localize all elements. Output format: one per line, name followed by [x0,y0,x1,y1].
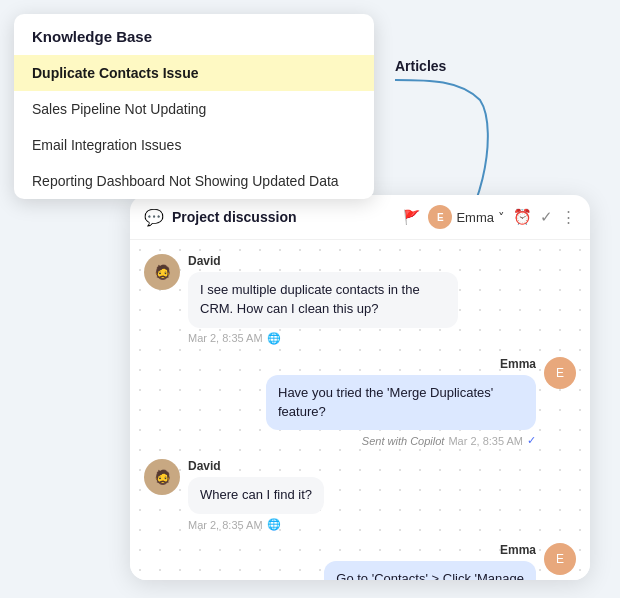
table-row: 🧔 David Where can I find it? Mar 2, 8:35… [144,459,576,531]
more-icon[interactable]: ⋮ [561,208,576,226]
kb-title: Knowledge Base [14,14,374,55]
chat-user-name: Emma [456,210,494,225]
david-avatar-1: 🧔 [144,254,180,290]
copilot-tag: Sent with Copilot [362,435,445,447]
chat-user-info[interactable]: E Emma ˅ [428,205,505,229]
chat-panel: 💬 Project discussion 🚩 E Emma ˅ ⏰ ✓ ⋮ 🧔 … [130,195,590,580]
kb-item-duplicate[interactable]: Duplicate Contacts Issue [14,55,374,91]
kb-item-email[interactable]: Email Integration Issues [14,127,374,163]
msg-content-1: David I see multiple duplicate contacts … [188,254,458,345]
msg-content-3: David Where can I find it? Mar 2, 8:35 A… [188,459,324,531]
david-avatar-3: 🧔 [144,459,180,495]
msg-time-1: Mar 2, 8:35 AM 🌐 [188,332,458,345]
read-check-icon: ✓ [527,434,536,447]
globe-icon-3: 🌐 [267,518,281,531]
chat-actions: ⏰ ✓ ⋮ [513,208,576,226]
msg-content-4: Emma Go to 'Contacts' > Click 'Manage [324,543,536,580]
chevron-down-icon: ˅ [498,210,505,225]
kb-dropdown: Knowledge Base Duplicate Contacts Issue … [14,14,374,199]
table-row: E Emma Go to 'Contacts' > Click 'Manage [144,543,576,580]
emma-avatar-header: E [428,205,452,229]
chat-title: Project discussion [172,209,395,225]
chat-icon: 💬 [144,208,164,227]
kb-item-reporting[interactable]: Reporting Dashboard Not Showing Updated … [14,163,374,199]
msg-bubble-4: Go to 'Contacts' > Click 'Manage [324,561,536,580]
chat-messages: 🧔 David I see multiple duplicate contact… [130,240,590,580]
sender-name-2: Emma [500,357,536,371]
emma-avatar-2: E [544,357,576,389]
msg-bubble-1: I see multiple duplicate contacts in the… [188,272,458,328]
check-icon[interactable]: ✓ [540,208,553,226]
emma-avatar-4: E [544,543,576,575]
msg-time-2: Sent with Copilot Mar 2, 8:35 AM ✓ [362,434,536,447]
flag-icon[interactable]: 🚩 [403,209,420,225]
articles-label: Articles [395,58,446,74]
table-row: 🧔 David I see multiple duplicate contact… [144,254,576,345]
sender-name-3: David [188,459,324,473]
msg-bubble-2: Have you tried the 'Merge Duplicates' fe… [266,375,536,431]
clock-icon[interactable]: ⏰ [513,208,532,226]
msg-time-3: Mar 2, 8:35 AM 🌐 [188,518,324,531]
chat-header: 💬 Project discussion 🚩 E Emma ˅ ⏰ ✓ ⋮ [130,195,590,240]
sender-name-1: David [188,254,458,268]
msg-content-2: Emma Have you tried the 'Merge Duplicate… [266,357,536,448]
table-row: E Emma Have you tried the 'Merge Duplica… [144,357,576,448]
msg-bubble-3: Where can I find it? [188,477,324,514]
sender-name-4: Emma [500,543,536,557]
kb-item-pipeline[interactable]: Sales Pipeline Not Updating [14,91,374,127]
globe-icon-1: 🌐 [267,332,281,345]
